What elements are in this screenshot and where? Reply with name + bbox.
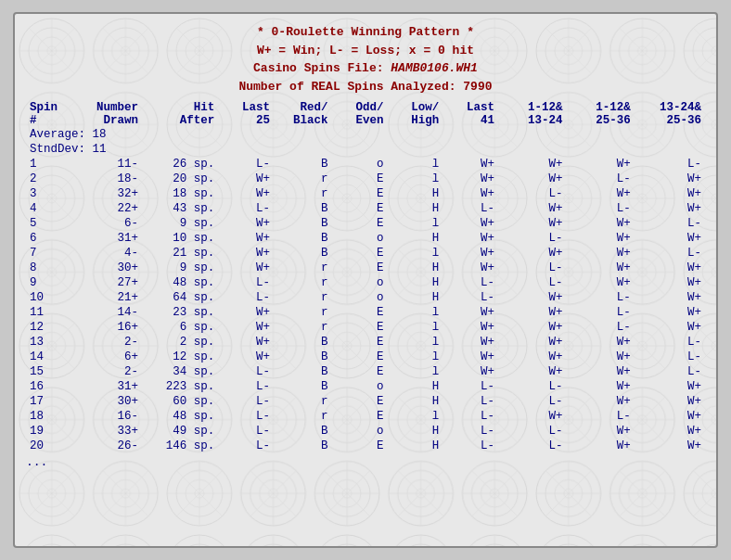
cell-lh: l	[387, 320, 442, 335]
cell-spin: 17	[26, 394, 74, 409]
cell-number: 11-	[74, 157, 142, 172]
cell-c1: W+	[498, 409, 566, 424]
cell-spin: 7	[26, 246, 74, 261]
cell-rb: B	[274, 201, 332, 216]
cell-last41: L-	[442, 290, 498, 305]
cell-rb: B	[274, 157, 332, 172]
main-table: Spin Number Hit Last Red/ Odd/ Low/ Last…	[26, 101, 705, 453]
cell-c2: W+	[566, 424, 634, 439]
cell-last25: L-	[218, 424, 274, 439]
cell-c2: L-	[566, 290, 634, 305]
cell-oe: o	[332, 379, 388, 394]
cell-last25: L-	[218, 364, 274, 379]
cell-spin: 15	[26, 364, 74, 379]
col-header-number: Number	[74, 101, 142, 114]
cell-number: 16+	[74, 320, 142, 335]
col-header-last41: Last	[442, 101, 498, 114]
cell-c1: W+	[498, 364, 566, 379]
cell-c1: L-	[498, 379, 566, 394]
table-row: 19 33+ 49 sp. L- B o H L- L- W+ W+	[26, 424, 705, 439]
cell-spin: 14	[26, 350, 74, 364]
cell-lh: H	[387, 275, 442, 290]
cell-c2: W+	[566, 350, 634, 364]
cell-last41: L-	[442, 439, 498, 453]
col-header-hash: #	[26, 114, 74, 127]
cell-spin: 12	[26, 320, 74, 335]
cell-c1: L-	[498, 186, 566, 201]
cell-hit: 34 sp.	[142, 364, 218, 379]
cell-c2: W+	[566, 394, 634, 409]
cell-c2: L-	[566, 172, 634, 186]
col-header-25: 25	[218, 114, 274, 127]
cell-last25: L-	[218, 157, 274, 172]
cell-last25: W+	[218, 305, 274, 320]
table-row: 17 30+ 60 sp. L- r E H L- L- W+ W+	[26, 394, 705, 409]
cell-rb: r	[274, 305, 332, 320]
cell-last41: W+	[442, 335, 498, 350]
col-header-hit: Hit	[142, 101, 218, 114]
cell-last41: L-	[442, 394, 498, 409]
cell-c3: W+	[635, 439, 705, 453]
cell-oe: o	[332, 157, 388, 172]
cell-last41: W+	[442, 350, 498, 364]
cell-last41: L-	[442, 379, 498, 394]
cell-last41: W+	[442, 231, 498, 246]
column-header-row1: Spin Number Hit Last Red/ Odd/ Low/ Last…	[26, 101, 705, 114]
cell-last25: W+	[218, 172, 274, 186]
cell-rb: B	[274, 246, 332, 261]
col-header-25-36a: 25-36	[566, 114, 634, 127]
cell-c3: L-	[635, 335, 705, 350]
cell-rb: B	[274, 364, 332, 379]
cell-number: 27+	[74, 275, 142, 290]
cell-spin: 9	[26, 275, 74, 290]
cell-last41: L-	[442, 275, 498, 290]
cell-last41: W+	[442, 172, 498, 186]
cell-c1: W+	[498, 305, 566, 320]
cell-rb: r	[274, 409, 332, 424]
cell-lh: H	[387, 379, 442, 394]
col-header-black: Black	[274, 114, 332, 127]
cell-spin: 6	[26, 231, 74, 246]
header-line4: Number of REAL Spins Analyzed: 7990	[26, 78, 705, 96]
header-line1: * 0-Roulette Winning Pattern *	[26, 23, 705, 42]
cell-c3: W+	[635, 275, 705, 290]
cell-c3: W+	[635, 290, 705, 305]
table-row: 7 4- 21 sp. W+ B E l W+ W+ W+ L-	[26, 246, 705, 261]
cell-rb: r	[274, 172, 332, 186]
cell-spin: 20	[26, 439, 74, 453]
cell-c1: W+	[498, 335, 566, 350]
cell-number: 16-	[74, 409, 142, 424]
cell-c3: L-	[635, 364, 705, 379]
cell-spin: 11	[26, 305, 74, 320]
cell-spin: 3	[26, 186, 74, 201]
table-row: 16 31+ 223 sp. L- B o H L- L- W+ W+	[26, 379, 705, 394]
cell-oe: E	[332, 186, 388, 201]
table-row: 1 11- 26 sp. L- B o l W+ W+ W+ L-	[26, 157, 705, 172]
cell-number: 2-	[74, 335, 142, 350]
cell-number: 32+	[74, 186, 142, 201]
cell-oe: E	[332, 261, 388, 275]
cell-last41: W+	[442, 320, 498, 335]
cell-c1: W+	[498, 246, 566, 261]
cell-oe: E	[332, 201, 388, 216]
cell-c1: L-	[498, 439, 566, 453]
cell-c3: W+	[635, 231, 705, 246]
cell-number: 31+	[74, 231, 142, 246]
cell-number: 26-	[74, 439, 142, 453]
cell-c1: L-	[498, 231, 566, 246]
cell-c2: W+	[566, 364, 634, 379]
cell-last41: L-	[442, 201, 498, 216]
cell-number: 22+	[74, 201, 142, 216]
cell-hit: 49 sp.	[142, 424, 218, 439]
header-filename: HAMB0106.WH1	[391, 61, 478, 75]
cell-last25: W+	[218, 335, 274, 350]
cell-c1: L-	[498, 275, 566, 290]
cell-hit: 9 sp.	[142, 216, 218, 231]
cell-lh: H	[387, 201, 442, 216]
table-row: 6 31+ 10 sp. W+ B o H W+ L- W+ W+	[26, 231, 705, 246]
cell-last25: W+	[218, 231, 274, 246]
cell-last41: W+	[442, 261, 498, 275]
cell-rb: B	[274, 216, 332, 231]
header-line2: W+ = Win; L- = Loss; x = 0 hit	[26, 42, 705, 60]
cell-lh: H	[387, 231, 442, 246]
